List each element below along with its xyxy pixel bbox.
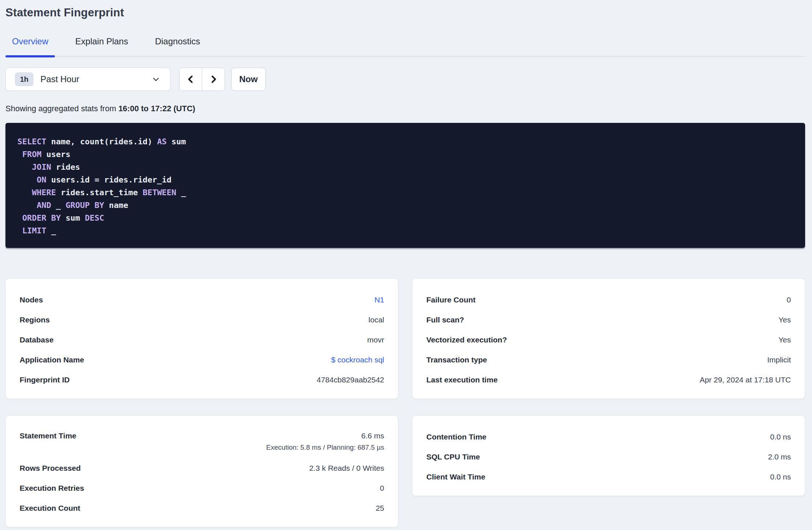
sql-line: FROM users [17, 148, 793, 161]
page-title: Statement Fingerprint [5, 5, 805, 20]
stat-label: Fingerprint ID [20, 376, 70, 384]
stat-value: movr [367, 336, 384, 344]
stat-value: Yes [779, 316, 791, 324]
stat-value: 2.3 k Reads / 0 Writes [309, 464, 384, 472]
stats-summary-prefix: Showing aggregated stats from [5, 104, 118, 113]
time-controls: 1h Past Hour Now [5, 68, 805, 91]
stat-label: Application Name [20, 356, 84, 364]
sql-text: _ [46, 226, 56, 235]
sql-text: _ [51, 201, 66, 210]
stat-value-link[interactable]: N1 [374, 296, 384, 304]
stat-row-statement-time: Statement Time6.6 msExecution: 5.8 ms / … [20, 427, 384, 458]
stat-value: Implicit [767, 356, 791, 364]
sql-statement-box: SELECT name, count(rides.id) AS sum FROM… [5, 123, 805, 248]
stat-label: Full scan? [426, 316, 464, 324]
chevron-right-icon [208, 74, 218, 84]
time-range-label: Past Hour [40, 74, 151, 84]
sql-line: JOIN rides [17, 161, 793, 173]
stat-label: Statement Time [20, 431, 76, 440]
stat-label: Vectorized execution? [426, 336, 507, 344]
stat-row-client-wait-time: Client Wait Time0.0 ns [426, 467, 791, 487]
sql-keyword: ON [17, 175, 46, 184]
stat-value: 0.0 ns [770, 433, 791, 441]
summary-cards-row-1: NodesN1RegionslocalDatabasemovrApplicati… [5, 278, 805, 399]
execution-attributes-card: Failure Count0Full scan?YesVectorized ex… [412, 278, 805, 399]
stat-row-last-execution-time: Last execution timeApr 29, 2024 at 17:18… [426, 370, 791, 390]
sql-keyword: DESC [85, 213, 104, 222]
time-range-badge: 1h [15, 72, 33, 86]
sql-text: name, count(rides.id) [46, 137, 157, 146]
sql-keyword: SELECT [17, 137, 46, 146]
time-range-dropdown[interactable]: 1h Past Hour [5, 68, 170, 91]
stat-value: 25 [376, 504, 384, 512]
sql-keyword: ORDER BY [17, 213, 61, 222]
stat-value-wrap: 0 [787, 296, 791, 304]
tab-explain-plans[interactable]: Explain Plans [69, 36, 134, 56]
sql-line: SELECT name, count(rides.id) AS sum [17, 135, 793, 148]
stat-label: Transaction type [426, 356, 487, 364]
stat-value-wrap: 0.0 ns [770, 473, 791, 481]
sql-text: sum [167, 137, 186, 146]
sql-keyword: JOIN [17, 162, 51, 172]
tab-overview[interactable]: Overview [5, 36, 55, 56]
prev-time-button[interactable] [180, 68, 202, 91]
time-step-buttons [179, 68, 225, 91]
sql-keyword: AS [157, 137, 167, 146]
sql-line: LIMIT _ [17, 224, 793, 237]
stat-value-wrap: 6.6 msExecution: 5.8 ms / Planning: 687.… [266, 431, 384, 451]
sql-line: ON users.id = rides.rider_id [17, 173, 793, 186]
stat-value-wrap: 4784cb829aab2542 [317, 376, 384, 384]
stat-value: 0 [380, 484, 384, 492]
sql-text: sum [61, 213, 85, 222]
stat-label: Failure Count [426, 296, 475, 304]
now-button[interactable]: Now [231, 68, 266, 91]
stat-value: Yes [779, 336, 791, 344]
sql-line: ORDER BY sum DESC [17, 212, 793, 224]
sql-keyword: AND [17, 201, 51, 210]
stat-value-wrap: local [369, 316, 384, 324]
sql-keyword: WHERE [17, 188, 56, 197]
stat-value: Apr 29, 2024 at 17:18 UTC [700, 376, 791, 384]
stat-row-contention-time: Contention Time0.0 ns [426, 427, 791, 447]
sql-text: rides.start_time [56, 188, 142, 197]
stat-value-wrap: Yes [779, 336, 791, 344]
sql-keyword: FROM [17, 150, 41, 159]
chevron-down-icon [151, 75, 161, 84]
stat-value-wrap: 0 [380, 484, 384, 493]
stat-label: Execution Retries [20, 484, 84, 493]
sql-keyword: GROUP BY [65, 201, 104, 210]
stat-row-transaction-type: Transaction typeImplicit [426, 350, 791, 370]
stat-label: SQL CPU Time [426, 453, 480, 461]
sql-line: WHERE rides.start_time BETWEEN _ [17, 186, 793, 199]
stat-row-regions: Regionslocal [20, 310, 384, 330]
stat-value: 0 [787, 296, 791, 304]
stat-value-wrap: Apr 29, 2024 at 17:18 UTC [700, 376, 791, 384]
wait-times-card: Contention Time0.0 nsSQL CPU Time2.0 msC… [412, 415, 805, 496]
stat-row-rows-processed: Rows Processed2.3 k Reads / 0 Writes [20, 458, 384, 478]
stat-label: Database [20, 336, 53, 344]
stat-row-execution-count: Execution Count25 [20, 498, 384, 518]
stats-summary-range: 16:00 to 17:22 (UTC) [118, 104, 196, 113]
stat-value-link[interactable]: $ cockroach sql [331, 356, 384, 364]
stat-value: local [369, 316, 384, 324]
stat-value-wrap: $ cockroach sql [331, 356, 384, 364]
tab-diagnostics[interactable]: Diagnostics [148, 36, 206, 56]
stat-row-fingerprint-id: Fingerprint ID4784cb829aab2542 [20, 370, 384, 390]
sql-text: users [41, 150, 70, 159]
stat-subvalue: Execution: 5.8 ms / Planning: 687.5 µs [266, 443, 384, 451]
stat-label: Regions [20, 316, 50, 324]
sql-text: users.id = rides.rider_id [46, 175, 171, 184]
statement-fingerprint-page: Statement Fingerprint OverviewExplain Pl… [0, 0, 812, 527]
stat-value-wrap: Yes [779, 316, 791, 324]
stat-row-failure-count: Failure Count0 [426, 290, 791, 310]
sql-keyword: LIMIT [17, 226, 46, 235]
stat-label: Last execution time [426, 376, 498, 384]
stat-row-sql-cpu-time: SQL CPU Time2.0 ms [426, 447, 791, 467]
stat-value: 6.6 ms [361, 431, 384, 440]
stat-value-wrap: 2.0 ms [768, 453, 791, 461]
next-time-button[interactable] [202, 68, 225, 91]
stat-label: Rows Processed [20, 464, 81, 473]
stat-value: 0.0 ns [770, 473, 791, 481]
stat-value-wrap: Implicit [767, 356, 791, 364]
stat-value-wrap: 25 [376, 504, 384, 513]
